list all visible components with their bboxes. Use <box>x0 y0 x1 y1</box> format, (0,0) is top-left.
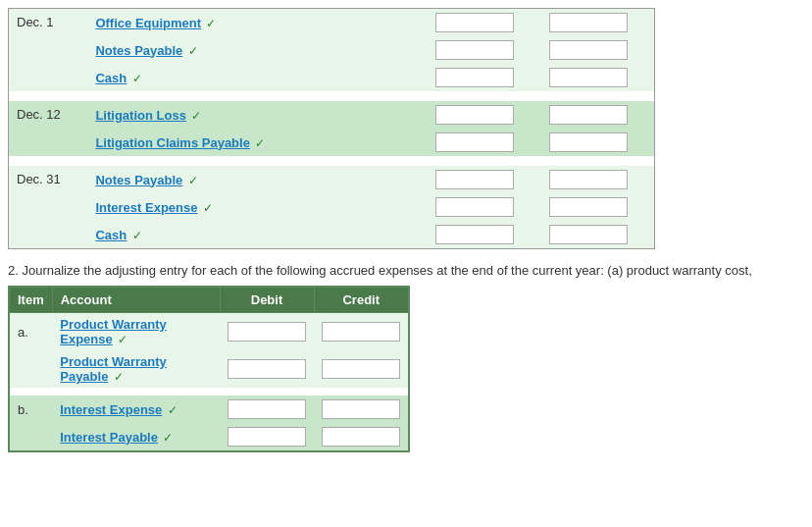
journal-row: Interest Expense ✓ <box>9 193 655 221</box>
account-link[interactable]: Litigation Loss <box>95 108 185 123</box>
account-link[interactable]: Litigation Claims Payable <box>95 135 250 150</box>
accrued-account-link[interactable]: Interest Expense <box>60 402 162 417</box>
accrued-separator-row <box>9 388 409 395</box>
journal-debit-cell <box>428 101 541 129</box>
account-link[interactable]: Notes Payable <box>95 43 182 58</box>
debit-input[interactable] <box>435 40 514 60</box>
debit-input[interactable] <box>435 105 514 125</box>
journal-account: Notes Payable ✓ <box>87 36 428 64</box>
accrued-account-link[interactable]: Interest Payable <box>60 430 158 445</box>
journal-account: Litigation Loss ✓ <box>87 101 428 129</box>
journal-credit-cell <box>541 36 655 64</box>
checkmark-icon: ✓ <box>110 370 123 384</box>
journal-date <box>9 129 88 156</box>
account-link[interactable]: Cash <box>95 71 127 85</box>
credit-input[interactable] <box>549 68 628 87</box>
accrued-debit-cell <box>220 423 314 451</box>
debit-input[interactable] <box>435 13 514 32</box>
accrued-item: a. <box>9 313 52 351</box>
separator-row <box>9 156 655 166</box>
accrued-credit-input[interactable] <box>322 359 400 379</box>
journal-row: Cash ✓ <box>9 221 655 249</box>
journal-debit-cell <box>428 129 541 156</box>
accrued-account: Interest Expense ✓ <box>52 395 220 423</box>
accrued-header-item: Item <box>9 287 52 313</box>
checkmark-icon: ✓ <box>115 333 127 346</box>
accrued-row: b.Interest Expense ✓ <box>9 395 409 423</box>
journal-credit-cell <box>541 193 655 221</box>
accrued-credit-input[interactable] <box>322 399 400 419</box>
credit-input[interactable] <box>549 40 628 60</box>
journal-debit-cell <box>428 221 541 249</box>
journal-account: Notes Payable ✓ <box>87 166 428 193</box>
account-link[interactable]: Cash <box>95 228 127 242</box>
journal-credit-cell <box>541 129 655 156</box>
journal-row: Litigation Claims Payable ✓ <box>9 129 655 156</box>
accrued-item: b. <box>9 395 52 423</box>
credit-input[interactable] <box>549 197 628 217</box>
checkmark-icon: ✓ <box>184 174 197 187</box>
accrued-debit-input[interactable] <box>228 399 306 419</box>
accrued-debit-input[interactable] <box>228 322 306 342</box>
checkmark-icon: ✓ <box>160 431 173 445</box>
journal-date: Dec. 31 <box>9 166 88 193</box>
accrued-header-account: Account <box>52 287 220 313</box>
journal-credit-cell <box>541 166 655 193</box>
debit-input[interactable] <box>435 225 514 244</box>
accrued-debit-cell <box>220 350 314 388</box>
credit-input[interactable] <box>549 170 628 189</box>
journal-credit-cell <box>541 101 655 129</box>
account-link[interactable]: Office Equipment <box>95 16 201 30</box>
account-link[interactable]: Interest Expense <box>95 200 197 215</box>
journal-account: Litigation Claims Payable ✓ <box>87 129 428 156</box>
checkmark-icon: ✓ <box>188 109 201 123</box>
checkmark-icon: ✓ <box>199 201 212 215</box>
accrued-debit-input[interactable] <box>228 427 306 447</box>
journal-row: Dec. 12Litigation Loss ✓ <box>9 101 655 129</box>
debit-input[interactable] <box>435 197 514 217</box>
journal-date <box>9 221 88 249</box>
credit-input[interactable] <box>549 13 628 32</box>
checkmark-icon: ✓ <box>203 17 216 30</box>
accrued-credit-input[interactable] <box>322 322 400 342</box>
debit-input[interactable] <box>435 68 514 87</box>
accrued-header-row: ItemAccountDebitCredit <box>9 287 409 313</box>
journal-row: Dec. 1Office Equipment ✓ <box>9 9 655 37</box>
journal-row: Notes Payable ✓ <box>9 36 655 64</box>
journal-row: Cash ✓ <box>9 64 655 91</box>
accrued-header-debit: Debit <box>220 287 314 313</box>
accrued-account-link[interactable]: Product Warranty Expense <box>60 317 167 346</box>
credit-input[interactable] <box>549 105 628 125</box>
checkmark-icon: ✓ <box>184 44 197 58</box>
journal-date <box>9 193 88 221</box>
checkmark-icon: ✓ <box>252 136 265 150</box>
accrued-debit-input[interactable] <box>228 359 306 379</box>
accrued-table: ItemAccountDebitCredit a.Product Warrant… <box>8 286 410 452</box>
accrued-credit-input[interactable] <box>322 427 400 447</box>
journal-debit-cell <box>428 166 541 193</box>
journal-debit-cell <box>428 64 541 91</box>
accrued-item <box>9 423 52 451</box>
accrued-account: Interest Payable ✓ <box>52 423 220 451</box>
journal-account: Interest Expense ✓ <box>87 193 428 221</box>
separator-row <box>9 91 655 101</box>
accrued-row: Interest Payable ✓ <box>9 423 409 451</box>
credit-input[interactable] <box>549 132 628 152</box>
checkmark-icon: ✓ <box>164 403 177 417</box>
checkmark-icon: ✓ <box>128 72 141 85</box>
accrued-account: Product Warranty Expense ✓ <box>52 313 220 351</box>
journal-debit-cell <box>428 9 541 37</box>
journal-debit-cell <box>428 193 541 221</box>
journal-credit-cell <box>541 64 655 91</box>
debit-input[interactable] <box>435 170 514 189</box>
journal-row: Dec. 31Notes Payable ✓ <box>9 166 655 193</box>
account-link[interactable]: Notes Payable <box>95 173 182 187</box>
accrued-credit-cell <box>314 423 409 451</box>
journal-account: Office Equipment ✓ <box>87 9 428 37</box>
journal-date <box>9 64 88 91</box>
debit-input[interactable] <box>435 132 514 152</box>
credit-input[interactable] <box>549 225 628 244</box>
journal-account: Cash ✓ <box>87 64 428 91</box>
accrued-header-credit: Credit <box>314 287 409 313</box>
instruction-text: 2. Journalize the adjusting entry for ea… <box>8 263 804 278</box>
